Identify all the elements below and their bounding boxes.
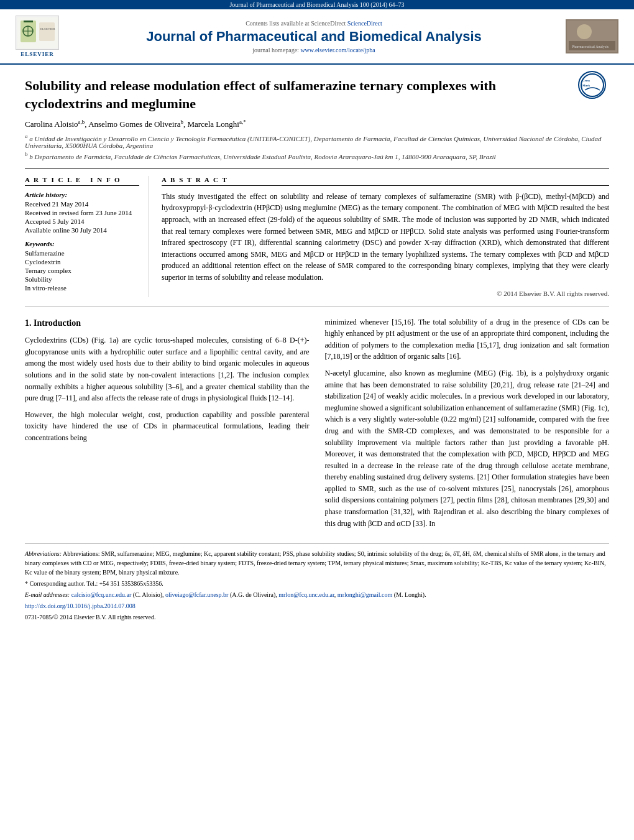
keywords-section: Keywords: Sulfamerazine Cyclodextrin Ter… [25,240,139,292]
copyright-line: © 2014 Elsevier B.V. All rights reserved… [162,290,609,297]
svg-rect-2 [24,21,33,22]
doi-line: http://dx.doi.org/10.1016/j.jpba.2014.07… [25,601,609,611]
journal-header-right: Pharmaceutical Analysis [566,19,622,53]
crossmark-icon: Cross Mark [578,71,606,99]
body-right-p2: N-acetyl glucamine, also known as meglum… [325,367,610,529]
paper-container: Cross Mark Solubility and release modula… [0,65,634,636]
email-longhi[interactable]: mrlonghi@gmail.com [338,591,392,598]
authors-line: Carolina Aloisioa,b, Anselmo Gomes de Ol… [25,119,609,129]
body-divider [25,307,609,307]
abstract-heading: A B S T R A C T [162,176,609,186]
elsevier-logo: ELSEVIER ELSEVIER [12,16,62,57]
elsevier-text: ELSEVIER [21,51,54,57]
svg-text:Cross: Cross [582,79,590,82]
journal-title: Journal of Pharmaceutical and Biomedical… [62,29,566,45]
svg-rect-6 [39,22,55,41]
journal-header-center: Contents lists available at ScienceDirec… [62,20,566,53]
contents-line: Contents lists available at ScienceDirec… [62,20,566,27]
svg-point-10 [577,24,592,39]
article-history: Article history: Received 21 May 2014 Re… [25,191,139,234]
body-right-col: minimized whenever [15,16]. The total so… [325,316,610,535]
journal-thumbnail: Pharmaceutical Analysis [566,19,618,53]
intro-title: 1. Introduction [25,316,310,330]
journal-homepage: journal homepage: www.elsevier.com/locat… [62,47,566,53]
info-abstract-row: A R T I C L E I N F O Article history: R… [25,176,609,297]
article-info-heading: A R T I C L E I N F O [25,176,139,186]
abbreviations-note: Abbreviations: Abbreviations: SMR, sulfa… [25,549,609,577]
affiliation-a: a a Unidad de Investigación y Desarrollo… [25,133,609,150]
journal-header: ELSEVIER ELSEVIER Contents lists availab… [0,9,634,65]
intro-p1: Cyclodextrins (CDs) (Fig. 1a) are cyclic… [25,335,310,404]
body-left-col: 1. Introduction Cyclodextrins (CDs) (Fig… [25,316,310,535]
footnotes-area: Abbreviations: Abbreviations: SMR, sulfa… [25,543,609,622]
email-note: E-mail addresses: calcisio@fcq.unc.edu.a… [25,590,609,599]
svg-text:Mark: Mark [582,84,590,87]
article-info-panel: A R T I C L E I N F O Article history: R… [25,176,149,297]
corresponding-note: * Corresponding author. Tel.: +54 351 53… [25,579,609,588]
article-title: Solubility and release modulation effect… [25,77,510,113]
top-journal-line: Journal of Pharmaceutical and Biomedical… [0,0,634,9]
email-aloisio[interactable]: calcisio@fcq.unc.edu.ar [71,591,132,598]
svg-text:Pharmaceutical Analysis: Pharmaceutical Analysis [572,45,609,48]
crossmark: Cross Mark [578,71,609,102]
title-area: Cross Mark Solubility and release modula… [25,77,609,113]
svg-text:ELSEVIER: ELSEVIER [40,27,55,30]
email-oliveira[interactable]: oliveiago@fcfar.unesp.br [165,591,228,598]
sciencedirect-link[interactable]: ScienceDirect [347,20,382,27]
issn-line: 0731-7085/© 2014 Elsevier B.V. All right… [25,612,609,622]
elsevier-logo-image: ELSEVIER [16,16,59,50]
abstract-text: This study investigated the effect on so… [162,191,609,284]
abstract-panel: A B S T R A C T This study investigated … [162,176,609,297]
body-columns: 1. Introduction Cyclodextrins (CDs) (Fig… [25,316,609,535]
email-mrlon[interactable]: mrlon@fcq.unc.edu.ar [278,591,334,598]
affiliation-b: b b Departamento de Farmácia, Faculdade … [25,151,609,160]
doi-link[interactable]: http://dx.doi.org/10.1016/j.jpba.2014.07… [25,602,136,609]
section-divider [25,168,609,168]
top-journal-text: Journal of Pharmaceutical and Biomedical… [229,1,404,8]
intro-p2: However, the high molecular weight, cost… [25,409,310,444]
body-right-p1: minimized whenever [15,16]. The total so… [325,316,610,362]
journal-url[interactable]: www.elsevier.com/locate/jpba [300,47,375,53]
